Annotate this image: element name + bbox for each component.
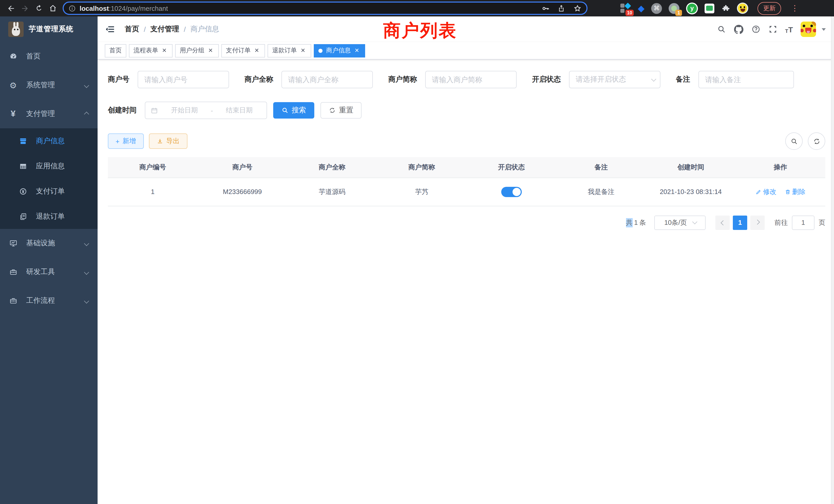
logo-rabbit-image [8,22,24,37]
tab-merchant-info[interactable]: 商户信息✕ [314,44,365,57]
yen-circle-icon [19,187,27,195]
page-1-button[interactable]: 1 [733,215,747,230]
address-bar[interactable]: localhost:1024/pay/merchant [63,2,588,15]
extension-command-icon[interactable]: ⌘ [651,3,662,14]
add-button[interactable]: + 新增 [108,134,144,149]
close-icon[interactable]: ✕ [353,47,360,54]
search-button[interactable]: 搜索 [273,102,314,118]
sidebar-item-infrastructure[interactable]: 基础设施 [0,229,97,258]
fullscreen-icon[interactable] [768,25,777,34]
tab-home[interactable]: 首页 [105,44,126,57]
next-page-button[interactable] [750,215,765,230]
sidebar-collapse-button[interactable] [105,24,116,35]
site-info-icon[interactable] [68,4,76,12]
share-icon[interactable] [555,4,568,12]
password-key-icon[interactable] [539,4,552,13]
goto-label: 前往 [774,218,788,227]
filter-label: 备注 [676,75,690,84]
cell-merchant-no: M233666999 [197,178,287,206]
browser-forward-button[interactable] [18,2,32,15]
font-size-icon[interactable]: TT [785,25,793,33]
browser-extensions: 10 ◆ ⌘ 1 y 更新 ⋮ [620,2,796,15]
sidebar-logo[interactable]: 芋道管理系统 [0,17,97,42]
status-select[interactable]: 请选择开启状态 [569,71,660,88]
breadcrumb-home[interactable]: 首页 [125,25,139,34]
extension-chat-icon[interactable] [705,3,714,13]
browser-reload-button[interactable] [32,2,46,15]
edit-pencil-icon [755,189,762,195]
sidebar-item-payment[interactable]: ¥ 支付管理 [0,99,97,128]
sidebar-item-refund-order[interactable]: 退款订单 [0,204,97,229]
sidebar-item-dev-tools[interactable]: 研发工具 [0,258,97,287]
back-arrow-icon [7,4,16,13]
cell-actions: 修改 删除 [736,178,825,206]
reset-button[interactable]: 重置 [321,102,361,118]
date-range-picker[interactable]: 开始日期 - 结束日期 [145,101,267,119]
filter-label: 商户号 [108,75,129,84]
page-size-select[interactable]: 10条/页 [654,215,706,230]
sidebar-item-label: 研发工具 [26,268,55,277]
browser-home-button[interactable] [46,2,60,15]
browser-back-button[interactable] [4,2,18,15]
gem-glyph: ◆ [638,4,644,13]
avatar-caret-down-icon[interactable] [822,28,826,30]
github-icon[interactable] [733,24,743,34]
app: 芋道管理系统 首页 ⚙ 系统管理 ¥ 支付管理 [0,17,834,504]
goto-page-input[interactable] [792,215,814,230]
table-header-row: 商户编号 商户号 商户全称 商户简称 开启状态 备注 创建时间 操作 [108,157,825,178]
extension-gem-icon[interactable]: ◆ [638,4,644,13]
col-remark: 备注 [556,157,646,178]
extension-sketch-icon[interactable]: 10 [620,3,631,14]
sidebar-item-app-info[interactable]: 应用信息 [0,154,97,179]
status-toggle-on[interactable] [501,187,522,197]
sidebar-item-system[interactable]: ⚙ 系统管理 [0,71,97,99]
extensions-puzzle-icon[interactable] [721,4,730,13]
browser-toolbar: localhost:1024/pay/merchant 10 ◆ ⌘ [0,0,834,17]
tab-label: 用户分组 [180,46,204,55]
merchant-no-input[interactable] [138,71,229,88]
delete-link[interactable]: 删除 [785,187,806,196]
tab-user-group[interactable]: 用户分组✕ [175,44,219,57]
short-name-input[interactable] [425,71,517,88]
y-glyph: y [687,3,697,13]
edit-link[interactable]: 修改 [755,187,776,196]
bookmark-star-icon[interactable] [571,4,584,13]
full-name-input[interactable] [281,71,373,88]
sidebar: 芋道管理系统 首页 ⚙ 系统管理 ¥ 支付管理 [0,17,97,504]
help-icon[interactable] [751,25,760,34]
sidebar-item-pay-order[interactable]: 支付订单 [0,179,97,204]
extension-y-icon[interactable]: y [686,2,698,14]
breadcrumb-payment[interactable]: 支付管理 [151,25,179,34]
filter-row-1: 商户号 商户全称 商户简称 开启状态 请选择开启状态 [108,71,825,88]
prev-page-button[interactable] [716,215,730,230]
sidebar-item-workflow[interactable]: 工作流程 [0,287,97,315]
header-search-icon[interactable] [717,25,726,34]
sidebar-item-merchant-info[interactable]: 商户信息 [0,128,97,154]
sidebar-item-label: 首页 [26,52,41,61]
tab-refund-order[interactable]: 退款订单✕ [267,44,311,57]
pikachu-eye-right [810,25,813,27]
chevron-right-icon [755,220,760,225]
browser-update-button[interactable]: 更新 [758,2,781,15]
profile-avatar-icon[interactable] [737,3,748,14]
export-button[interactable]: 导出 [149,134,187,149]
close-icon[interactable]: ✕ [161,47,168,54]
scrollbar[interactable] [831,17,834,504]
browser-menu-icon[interactable]: ⋮ [791,4,796,13]
close-icon[interactable]: ✕ [300,47,307,54]
filter-status: 开启状态 请选择开启状态 [532,71,660,88]
refresh-table-button[interactable] [808,132,825,150]
home-icon [48,4,57,12]
sketch-diamond [624,2,631,9]
extension-circle-icon[interactable]: 1 [668,3,679,14]
remark-input[interactable] [698,71,794,88]
close-icon[interactable]: ✕ [253,47,260,54]
close-icon[interactable]: ✕ [207,47,214,54]
filter-remark: 备注 [676,71,794,88]
tab-pay-order[interactable]: 支付订单✕ [221,44,265,57]
user-avatar[interactable] [800,22,816,37]
filter-short-name: 商户简称 [388,71,517,88]
tab-process-form[interactable]: 流程表单✕ [129,44,173,57]
sidebar-item-home[interactable]: 首页 [0,42,97,71]
toggle-search-button[interactable] [785,132,803,150]
